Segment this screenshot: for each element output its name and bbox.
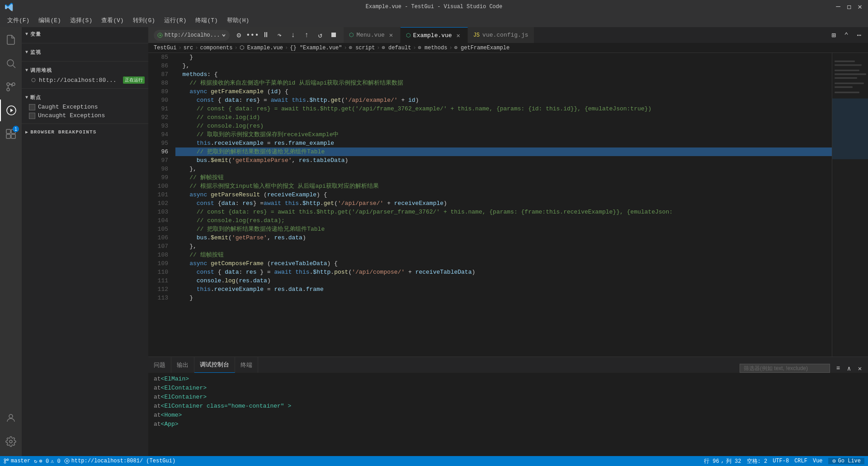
code-line-107: }, xyxy=(175,242,832,251)
svg-line-1 xyxy=(13,66,16,68)
panel-tab-terminal[interactable]: 终端 xyxy=(235,357,258,373)
menu-terminal[interactable]: 终端(T) xyxy=(192,14,221,26)
menu-edit[interactable]: 编辑(E) xyxy=(35,14,64,26)
panel-tab-debug-console[interactable]: 调试控制台 xyxy=(194,357,235,373)
bc-getframeexample[interactable]: ⊙ getFrameExample xyxy=(454,44,509,51)
bc-sep-2: › xyxy=(195,45,198,51)
uncaught-exceptions-checkbox[interactable] xyxy=(29,113,35,119)
activity-source-control[interactable] xyxy=(0,76,22,98)
collapse-btn[interactable]: ⌃ xyxy=(841,30,852,41)
sidebar-breakpoints-header[interactable]: 断点 xyxy=(22,92,148,103)
bc-obj[interactable]: {} "Example.vue" xyxy=(290,45,342,51)
el-container-link-2[interactable]: <ElContainer> xyxy=(161,393,207,402)
statusbar-line[interactable]: 行 96, 列 32 xyxy=(704,457,741,465)
code-line-94: // 取取到的示例报文数据保存到receiveExample中 xyxy=(175,130,832,139)
sidebar-callstack-header[interactable]: 调用堆栈 xyxy=(22,65,148,76)
split-editor-btn[interactable]: ⊞ xyxy=(828,30,839,41)
bc-sep-6: › xyxy=(377,45,380,51)
tab-example-vue[interactable]: ⬡ Example.vue ✕ xyxy=(401,27,468,43)
sidebar-watch-section: 监视 xyxy=(22,45,148,59)
titlebar-controls[interactable]: — ◻ ✕ xyxy=(835,3,863,10)
statusbar-sync[interactable]: ↻ ⊗ 0 ⚠ 0 xyxy=(34,458,61,465)
panel-collapse-btn[interactable]: ∧ xyxy=(844,364,854,373)
el-container-class-link[interactable]: <ElContainer class="home-container" > xyxy=(161,402,292,411)
tab-menu-vue[interactable]: ⬡ Menu.vue ✕ xyxy=(344,27,400,43)
statusbar-endings-text: CRLF xyxy=(794,458,807,464)
activity-explorer[interactable] xyxy=(0,29,22,51)
statusbar-language[interactable]: Vue xyxy=(813,458,823,464)
statusbar-golive[interactable]: Go Live xyxy=(828,458,864,464)
uncaught-exceptions-label: Uncaught Exceptions xyxy=(38,112,105,119)
bc-sep-5: › xyxy=(344,45,347,51)
home-link[interactable]: <Home> xyxy=(161,411,182,420)
panel-tab-output[interactable]: 输出 xyxy=(171,357,194,373)
bc-components[interactable]: components xyxy=(200,45,232,51)
code-line-85: } xyxy=(175,53,832,62)
el-main-link[interactable]: <ElMain> xyxy=(161,375,189,384)
menu-selection[interactable]: 选择(S) xyxy=(66,14,96,26)
activity-extensions[interactable] xyxy=(0,123,22,145)
bc-script[interactable]: ⊙ script xyxy=(349,44,375,51)
activity-account[interactable] xyxy=(0,407,22,429)
panel-tab-problems[interactable]: 问题 xyxy=(148,357,171,373)
statusbar-encoding[interactable]: UTF-8 xyxy=(773,458,789,464)
debug-step-into-btn[interactable]: ↓ xyxy=(287,29,299,42)
code-line-95: this.receiveExample = res.frame_example xyxy=(175,139,832,147)
console-line-3: at <ElContainer> xyxy=(154,393,863,402)
bc-testgui[interactable]: TestGui xyxy=(154,45,176,51)
app-link[interactable]: <App> xyxy=(161,420,179,429)
top-tab-area: http://localho... ⚙ ••• ⏸ ↷ ↓ ↑ ↺ ⏹ ⬡ Me… xyxy=(148,27,868,43)
sidebar-callstack-item[interactable]: http://localhost:80... 正在运行 xyxy=(22,76,148,85)
menu-help[interactable]: 帮助(H) xyxy=(223,14,253,26)
caught-exceptions-checkbox[interactable] xyxy=(29,104,35,110)
tab-close-menu[interactable]: ✕ xyxy=(387,32,395,39)
activity-search[interactable] xyxy=(0,52,22,74)
menu-goto[interactable]: 转到(G) xyxy=(129,14,159,26)
callstack-label: 调用堆栈 xyxy=(30,67,52,74)
bc-methods[interactable]: ⊙ methods xyxy=(418,44,448,51)
svg-point-4 xyxy=(7,88,9,91)
panel-list-view-btn[interactable]: ≡ xyxy=(834,364,843,373)
more-tabs-btn[interactable]: ⋯ xyxy=(854,30,864,41)
at-text-6: at xyxy=(154,420,161,429)
statusbar-spaces[interactable]: 空格: 2 xyxy=(747,457,768,465)
debug-restart-btn[interactable]: ↺ xyxy=(314,29,326,42)
debug-step-over-btn[interactable]: ↷ xyxy=(273,29,286,42)
menu-run[interactable]: 运行(R) xyxy=(160,14,190,26)
debug-settings-btn[interactable]: ⚙ xyxy=(232,29,245,42)
tab-close-example[interactable]: ✕ xyxy=(455,32,462,39)
bc-src[interactable]: src xyxy=(184,45,193,51)
panel-close-btn[interactable]: ✕ xyxy=(855,364,864,373)
close-btn[interactable]: ✕ xyxy=(856,3,863,10)
debug-pause-btn[interactable]: ⏸ xyxy=(259,29,272,42)
statusbar-branch[interactable]: master xyxy=(4,458,30,464)
activity-debug[interactable] xyxy=(0,100,22,121)
maximize-btn[interactable]: ◻ xyxy=(845,3,853,10)
statusbar-spaces-text: 空格: 2 xyxy=(747,457,768,465)
sidebar-variables-header[interactable]: 变量 xyxy=(22,29,148,39)
sidebar-browser-breakpoints-header[interactable]: BROWSER BREAKPOINTS xyxy=(22,128,148,137)
statusbar-endings[interactable]: CRLF xyxy=(794,458,807,464)
debug-step-out-btn[interactable]: ↑ xyxy=(300,29,313,42)
sidebar-watch-header[interactable]: 监视 xyxy=(22,47,148,57)
bc-example-vue[interactable]: ⬡ Example.vue xyxy=(240,44,283,51)
at-text-4: at xyxy=(154,402,161,411)
menu-file[interactable]: 文件(F) xyxy=(4,14,33,26)
sidebar-sep-1 xyxy=(22,43,148,43)
at-text-2: at xyxy=(154,384,161,393)
browser-breakpoints-label: BROWSER BREAKPOINTS xyxy=(30,129,96,135)
debug-stop-btn[interactable]: ⏹ xyxy=(327,29,340,42)
bc-default[interactable]: ⊙ default xyxy=(382,44,411,51)
minimize-btn[interactable]: — xyxy=(835,3,842,10)
tab-vue-config[interactable]: JS vue.config.js xyxy=(468,27,534,43)
panel-filter-input[interactable] xyxy=(740,364,830,373)
code-line-88: // 根据接收的来自左侧选中子菜单的id 从后端api获取示例报文和解析结果数据 xyxy=(175,79,832,87)
menu-view[interactable]: 查看(V) xyxy=(98,14,127,26)
el-container-link-1[interactable]: <ElContainer> xyxy=(161,384,207,393)
js-icon-config: JS xyxy=(473,32,480,38)
svg-rect-8 xyxy=(11,134,15,138)
debug-more-btn[interactable]: ••• xyxy=(246,29,259,42)
statusbar-url[interactable]: http://localhost:8081/ (TestGui) xyxy=(64,458,175,464)
code-area[interactable]: } }, methods: { // 根据接收的来自左侧选中子菜单的id 从后端… xyxy=(172,53,832,357)
activity-settings[interactable] xyxy=(0,431,22,452)
